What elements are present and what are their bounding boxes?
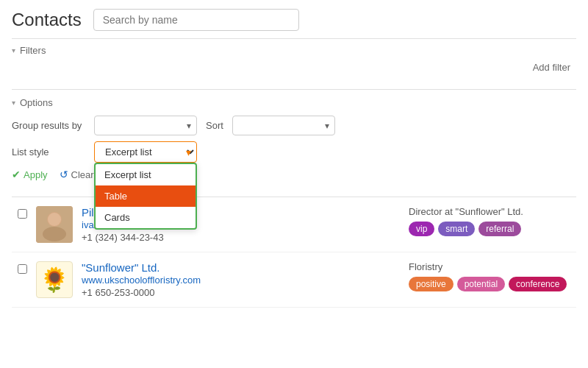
add-filter-button[interactable]: Add filter bbox=[527, 59, 576, 76]
svg-point-2 bbox=[43, 227, 66, 241]
contact-checkbox-2[interactable] bbox=[18, 264, 27, 274]
list-style-select[interactable]: Excerpt list bbox=[94, 141, 197, 163]
group-results-select-wrapper bbox=[94, 116, 197, 135]
contact-info-2: "Sunflower" Ltd. www.ukschooloffloristry… bbox=[82, 261, 400, 298]
group-sort-row: Group results by Sort bbox=[12, 116, 576, 135]
apply-label: Apply bbox=[24, 169, 48, 180]
tag-referral[interactable]: referral bbox=[478, 222, 521, 236]
contact-phone-1: +1 (324) 344-23-43 bbox=[82, 232, 400, 243]
contact-checkbox-1[interactable] bbox=[18, 209, 27, 219]
search-input[interactable] bbox=[93, 9, 299, 31]
filters-chevron-icon: ▾ bbox=[12, 46, 15, 54]
contact-right-2: Floristry positive potential conference bbox=[409, 261, 570, 291]
table-row: 🌻 "Sunflower" Ltd. www.ukschoolofflorist… bbox=[12, 252, 576, 308]
list-style-dropdown-menu: Excerpt list Table Cards bbox=[94, 163, 197, 230]
clear-refresh-icon: ↺ bbox=[60, 169, 68, 180]
tag-smart[interactable]: smart bbox=[438, 222, 475, 236]
contact-title-2: Floristry bbox=[409, 261, 570, 272]
group-results-select[interactable] bbox=[94, 116, 197, 135]
avatar bbox=[36, 206, 73, 243]
page-title: Contacts bbox=[12, 10, 82, 30]
contact-tags-1: vip smart referral bbox=[409, 222, 570, 236]
dropdown-item-cards[interactable]: Cards bbox=[96, 207, 196, 228]
tag-positive[interactable]: positive bbox=[409, 277, 453, 291]
contact-title-1: Director at "Sunflower" Ltd. bbox=[409, 206, 570, 217]
sort-label: Sort bbox=[206, 120, 223, 131]
list-style-row: List style Excerpt list ▾ Excerpt list T… bbox=[12, 141, 576, 163]
clear-label: Clear bbox=[71, 169, 94, 180]
options-chevron-icon: ▾ bbox=[12, 99, 15, 107]
filters-label: Filters bbox=[20, 45, 46, 56]
avatar: 🌻 bbox=[36, 261, 73, 298]
list-style-dropdown-container: Excerpt list ▾ Excerpt list Table Cards bbox=[94, 141, 197, 163]
options-section: ▾ Options Group results by Sort List sty… bbox=[12, 89, 576, 194]
contact-tags-2: positive potential conference bbox=[409, 277, 570, 291]
svg-point-3 bbox=[48, 213, 61, 226]
options-header[interactable]: ▾ Options bbox=[12, 97, 576, 108]
group-results-label: Group results by bbox=[12, 120, 85, 131]
apply-check-icon: ✔ bbox=[12, 169, 21, 180]
apply-button[interactable]: ✔ Apply bbox=[12, 169, 48, 180]
sort-select-wrapper bbox=[232, 116, 335, 135]
list-style-label: List style bbox=[12, 146, 85, 158]
filters-header[interactable]: ▾ Filters bbox=[12, 45, 576, 56]
tag-vip[interactable]: vip bbox=[409, 222, 434, 236]
tag-potential[interactable]: potential bbox=[457, 277, 505, 291]
contact-email-2[interactable]: www.ukschooloffloristry.com bbox=[82, 275, 201, 286]
clear-button[interactable]: ↺ Clear bbox=[60, 169, 94, 180]
filters-section: ▾ Filters Add filter bbox=[12, 38, 576, 86]
dropdown-item-table[interactable]: Table bbox=[96, 185, 196, 207]
contact-phone-2: +1 650-253-0000 bbox=[82, 287, 400, 298]
sort-select[interactable] bbox=[232, 116, 335, 135]
list-style-select-trigger[interactable]: Excerpt list ▾ bbox=[94, 141, 197, 163]
contact-right-1: Director at "Sunflower" Ltd. vip smart r… bbox=[409, 206, 570, 236]
tag-conference[interactable]: conference bbox=[509, 277, 567, 291]
options-label: Options bbox=[20, 97, 53, 108]
contact-name-2[interactable]: "Sunflower" Ltd. bbox=[82, 261, 160, 274]
dropdown-item-excerpt[interactable]: Excerpt list bbox=[96, 164, 196, 185]
